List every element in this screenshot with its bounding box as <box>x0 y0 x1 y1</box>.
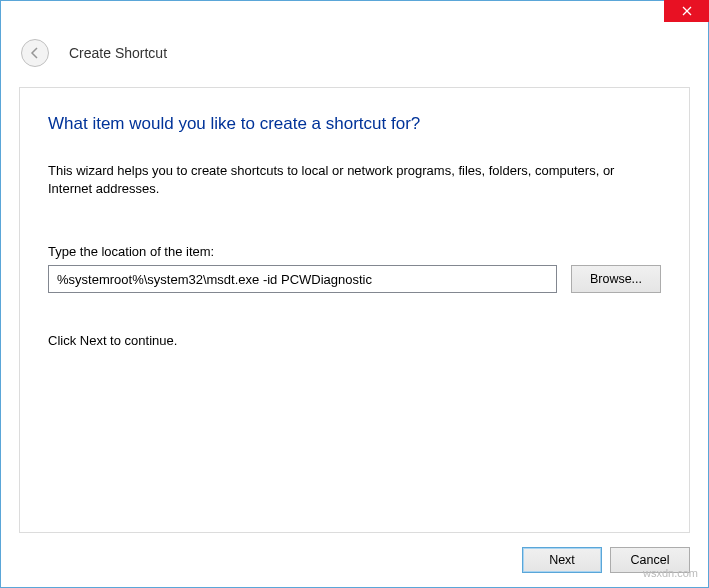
content-wrapper: What item would you like to create a sho… <box>1 87 708 533</box>
location-row: Browse... <box>48 265 661 293</box>
wizard-title: Create Shortcut <box>69 45 167 61</box>
location-input[interactable] <box>48 265 557 293</box>
wizard-header: Create Shortcut <box>1 29 708 87</box>
page-heading: What item would you like to create a sho… <box>48 114 661 134</box>
content-panel: What item would you like to create a sho… <box>19 87 690 533</box>
wizard-window: Create Shortcut What item would you like… <box>0 0 709 588</box>
page-description: This wizard helps you to create shortcut… <box>48 162 661 198</box>
back-arrow-icon <box>28 46 42 60</box>
close-button[interactable] <box>664 0 709 22</box>
wizard-footer: Next Cancel <box>1 533 708 587</box>
back-button[interactable] <box>21 39 49 67</box>
cancel-button[interactable]: Cancel <box>610 547 690 573</box>
close-icon <box>682 6 692 16</box>
continue-text: Click Next to continue. <box>48 333 661 348</box>
next-button[interactable]: Next <box>522 547 602 573</box>
browse-button[interactable]: Browse... <box>571 265 661 293</box>
titlebar <box>1 1 708 29</box>
location-label: Type the location of the item: <box>48 244 661 259</box>
